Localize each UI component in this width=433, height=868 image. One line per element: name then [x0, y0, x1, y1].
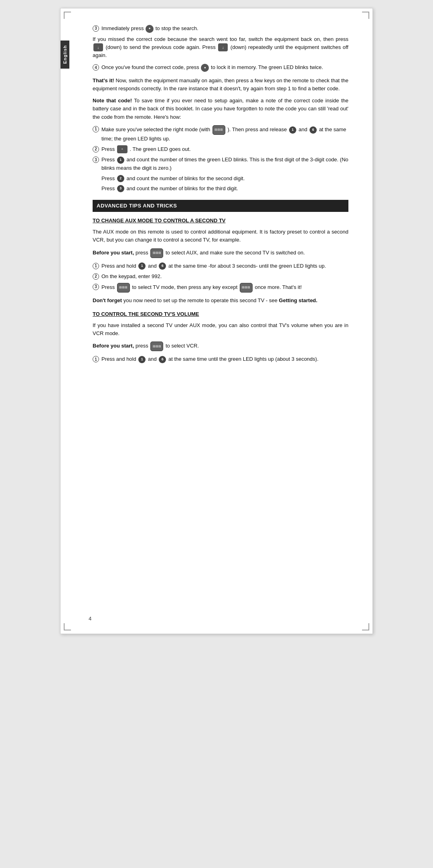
btn-6b-icon: 6	[159, 262, 166, 270]
btn-6c-icon: 6	[159, 356, 166, 363]
press3-block: Press 3 and count the number of blinks f…	[101, 185, 348, 193]
note-label: Note that code!	[93, 98, 132, 104]
vcr-step1-text: Press and hold 1 and 6 at the same time …	[101, 355, 318, 363]
before-start-label: Before you start,	[93, 250, 134, 256]
vcr-step1-circle: 1	[93, 356, 99, 362]
aux-mode-icon: ▤▤▤	[150, 248, 163, 258]
press2-block: Press 2 and count the number of blinks f…	[101, 175, 348, 183]
dont-forget-label: Don't forget	[93, 297, 122, 303]
step3-stop-search: 3 Immediately press ● to stop the search…	[93, 24, 348, 33]
vcr-mode-icon: ▤▤▤	[150, 342, 163, 351]
btn-1-icon: 1	[289, 126, 296, 134]
down-arrow-icon: ↓	[93, 43, 103, 51]
language-tab: English	[61, 41, 69, 69]
step-3-circle: 3	[93, 25, 99, 32]
aux-step1-text: Press and hold 1 and 6 at the same time …	[101, 262, 326, 270]
btn-6-icon: 6	[310, 126, 317, 134]
step3-text: Immediately press ● to stop the search.	[101, 24, 198, 33]
tv-mode-icon: ▤▤▤	[117, 283, 130, 293]
dont-forget-para: Don't forget you now need to set up the …	[93, 297, 348, 305]
readout-step2-text: Press + . The green LED goes out.	[101, 145, 191, 154]
getting-started-label: Getting started.	[279, 297, 318, 303]
plus-btn-icon: +	[117, 145, 127, 153]
main-content: 3 Immediately press ● to stop the search…	[93, 24, 348, 363]
corner-bl	[64, 623, 71, 630]
mode-icon-except: ▤▤▤	[240, 283, 253, 293]
btn-1c-icon: 1	[138, 262, 146, 270]
step4-text: Once you've found the correct code, pres…	[101, 63, 323, 72]
advanced-tips-header: ADVANCED TIPS AND TRICKS	[93, 200, 348, 212]
aux-step1-circle: 1	[93, 263, 99, 269]
down-arrow-icon2: ↓	[218, 43, 228, 51]
aux-step2-text: On the keypad, enter 992.	[101, 272, 162, 281]
btn-2-icon: 2	[117, 175, 124, 182]
ok-button-icon: ●	[146, 25, 154, 33]
missed-code-para: If you missed the correct code because t…	[93, 35, 348, 60]
volume-subheader: TO CONTROL THE SECOND TV'S VOLUME	[93, 310, 348, 318]
aux-step3-text: Press ▤▤▤ to select TV mode, then press …	[101, 283, 302, 293]
corner-tl	[64, 12, 71, 19]
aux-step3: 3 Press ▤▤▤ to select TV mode, then pres…	[93, 283, 348, 293]
readout-step3-text: Press 1 and count the number of times th…	[101, 156, 348, 172]
step-4-circle: 4	[93, 64, 99, 71]
readout-step2: 2 Press + . The green LED goes out.	[93, 145, 348, 154]
readout-step3: 3 Press 1 and count the number of times …	[93, 156, 348, 172]
aux-step2: 2 On the keypad, enter 992.	[93, 272, 348, 281]
aux-mode-subheader: TO CHANGE AUX MODE TO CONTROL A SECOND T…	[93, 217, 348, 225]
readout-step1-circle: 1	[93, 126, 99, 132]
thats-it-para: That's it! Now, switch the equipment man…	[93, 77, 348, 93]
thats-it-label: That's it!	[93, 77, 114, 83]
step4-found-code: 4 Once you've found the correct code, pr…	[93, 63, 348, 72]
vcr-step1: 1 Press and hold 1 and 6 at the same tim…	[93, 355, 348, 363]
readout-step2-circle: 2	[93, 146, 99, 152]
ok-button-icon2: ●	[201, 64, 209, 72]
before-start2-label: Before you start,	[93, 343, 134, 349]
page-number: 4	[89, 616, 91, 622]
aux-step1: 1 Press and hold 1 and 6 at the same tim…	[93, 262, 348, 270]
page-wrapper: English 3 Immediately press ● to stop th…	[60, 8, 373, 634]
before-start2-para: Before you start, press ▤▤▤ to select VC…	[93, 342, 348, 351]
aux-step3-circle: 3	[93, 284, 99, 290]
before-start-para: Before you start, press ▤▤▤ to select AU…	[93, 248, 348, 258]
btn-1d-icon: 1	[138, 356, 146, 363]
readout-step1: 1 Make sure you've selected the right mo…	[93, 125, 348, 143]
aux-step2-circle: 2	[93, 273, 99, 280]
mode-selector-icon: ▤▤▤	[212, 125, 225, 135]
note-para: Note that code! To save time if you ever…	[93, 97, 348, 121]
aux-mode-para: The AUX mode on this remote is used to c…	[93, 228, 348, 244]
readout-step1-text: Make sure you've selected the right mode…	[101, 125, 348, 143]
readout-step3-circle: 3	[93, 157, 99, 163]
corner-tr	[362, 12, 369, 19]
btn-1b-icon: 1	[117, 157, 124, 164]
volume-para: If you have installed a second TV under …	[93, 321, 348, 337]
corner-br	[362, 623, 369, 630]
btn-3-icon: 3	[117, 185, 124, 192]
